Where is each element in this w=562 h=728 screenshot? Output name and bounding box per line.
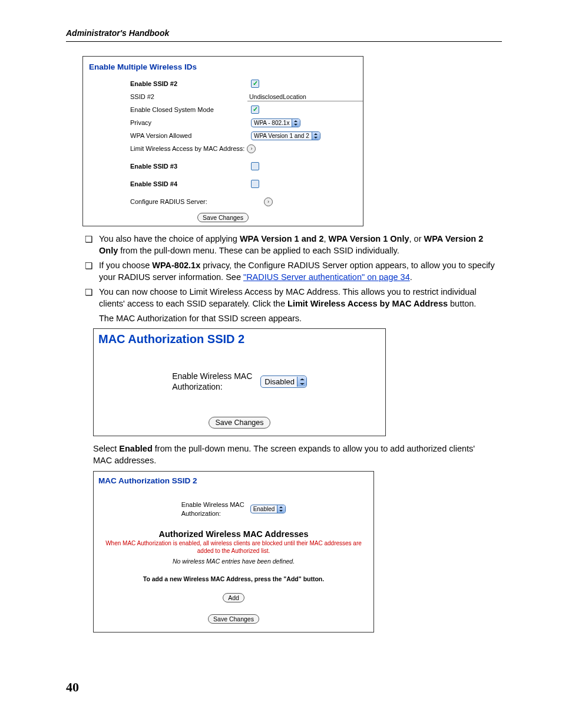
select-mac-auth[interactable]: Disabled [260,375,307,388]
updown-icon [297,377,306,387]
select-privacy-value: WPA - 802.1x [254,120,289,126]
save-changes-button[interactable]: Save Changes [208,614,259,624]
chevron-right-icon[interactable]: › [247,144,256,153]
panel-mac-authorization-ssid2: MAC Authorization SSID 2 Enable Wireless… [93,328,386,436]
updown-icon [277,505,285,513]
list-item: You also have the choice of applying WPA… [82,233,496,256]
updown-icon [292,119,300,127]
label-closed-system-mode: Enable Closed System Mode [130,106,251,113]
add-instruction-text: To add a new Wireless MAC Address, press… [94,565,373,589]
checkbox-enable-ssid4[interactable] [251,180,259,188]
checkbox-enable-ssid2[interactable] [251,80,259,88]
panel-mac-authorization-ssid2-enabled: MAC Authorization SSID 2 Enable Wireless… [93,471,374,633]
label-configure-radius: Configure RADIUS Server: [130,198,251,205]
panel3-title: MAC Authorization SSID 2 [94,472,373,485]
heading-authorized-mac: Authorized Wireless MAC Addresses [94,528,373,539]
select-privacy[interactable]: WPA - 802.1x [251,118,300,127]
select-mac-auth-enabled[interactable]: Enabled [250,505,286,513]
add-button[interactable]: Add [223,593,244,602]
label-enable-ssid2: Enable SSID #2 [130,80,251,87]
chevron-right-icon[interactable]: › [264,197,273,206]
panel2-title: MAC Authorization SSID 2 [94,329,385,346]
paragraph: The MAC Authorization for that SSID scre… [99,313,496,325]
running-head: Administrator's Handbook [66,28,502,38]
warning-text: When MAC Authorization is enabled, all w… [94,539,373,555]
label-limit-mac: Limit Wireless Access by MAC Address: [130,145,244,152]
save-changes-button[interactable]: Save Changes [209,417,270,429]
no-entries-text: No wireless MAC entries have been define… [94,555,373,565]
select-wpa-version[interactable]: WPA Version 1 and 2 [251,131,320,140]
panel1-title: Enable Multiple Wireless IDs [83,62,363,77]
label-wpa-version-allowed: WPA Version Allowed [130,132,251,139]
checkbox-closed-system-mode[interactable] [251,106,259,114]
header-rule [66,41,502,42]
panel-enable-multiple-wireless-ids: Enable Multiple Wireless IDs Enable SSID… [82,56,363,226]
save-changes-button[interactable]: Save Changes [197,213,249,222]
label-enable-ssid4: Enable SSID #4 [130,180,251,187]
select-wpa-version-value: WPA Version 1 and 2 [254,133,309,139]
updown-icon [312,132,320,140]
input-ssid2[interactable]: UndisclosedLocation [247,93,363,101]
list-item: If you choose WPA-802.1x privacy, the Co… [82,260,496,283]
label-enable-wireless-mac-auth: Enable Wireless MACAuthorization: [172,371,252,392]
label-enable-wireless-mac-auth: Enable Wireless MACAuthorization: [181,500,244,518]
checkbox-enable-ssid3[interactable] [251,162,259,170]
page-number: 40 [66,680,79,695]
link-radius-auth[interactable]: "RADIUS Server authentication" on page 3… [243,272,410,282]
list-item: You can now choose to Limit Wireless Acc… [82,286,496,309]
select-mac-auth-enabled-value: Enabled [253,506,275,512]
label-ssid2: SSID #2 [130,93,247,100]
label-enable-ssid3: Enable SSID #3 [130,163,251,170]
label-privacy: Privacy [130,119,251,126]
select-mac-auth-value: Disabled [265,377,295,386]
